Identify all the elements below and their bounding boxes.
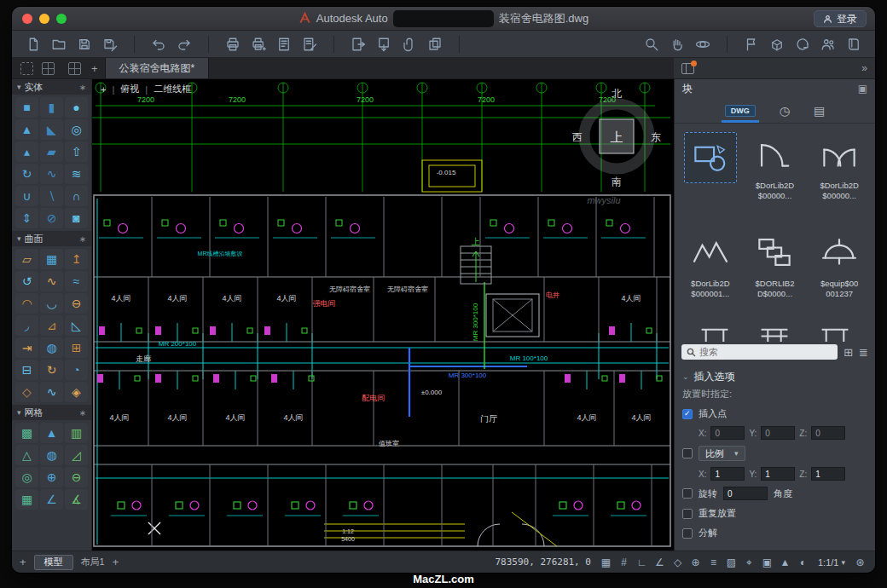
trim-surface-icon[interactable]: ⊿ — [40, 315, 63, 336]
grid-display-icon[interactable]: ▦ — [599, 556, 613, 568]
analysis-icon[interactable]: ◔ — [65, 360, 88, 380]
presspull-icon[interactable]: ⇕ — [15, 208, 38, 228]
zoom-window-button[interactable] — [56, 14, 67, 24]
convert-surface-icon[interactable]: ◇ — [15, 382, 38, 402]
save-icon[interactable] — [72, 33, 97, 55]
blocks-palette-icon[interactable] — [681, 63, 694, 74]
annotation-scale-button[interactable]: 1:1/1 ▾ — [818, 557, 845, 568]
rebuild-surface-icon[interactable]: ↻ — [40, 360, 63, 380]
insert-layout-icon[interactable] — [345, 33, 371, 55]
panel-overflow-icon[interactable]: » — [861, 62, 867, 74]
insertion-y-field[interactable] — [761, 426, 795, 440]
export-icon[interactable] — [371, 33, 397, 55]
plot-preview-icon[interactable] — [297, 33, 322, 55]
cv-hide-icon[interactable]: ⊟ — [15, 360, 38, 380]
rotation-angle-field[interactable] — [723, 487, 768, 500]
search-field[interactable] — [681, 344, 838, 360]
bench-icon[interactable] — [816, 323, 854, 342]
page-setup-icon[interactable] — [271, 33, 297, 55]
list-view-icon[interactable]: ≣ — [859, 346, 868, 359]
view-selector[interactable]: 俯视 — [120, 83, 139, 95]
scale-x-field[interactable] — [710, 467, 745, 481]
surface-extrude-icon[interactable]: ↥ — [65, 249, 88, 269]
compass-south-label[interactable]: 南 — [612, 176, 622, 187]
extend-surface-icon[interactable]: ⇥ — [15, 337, 38, 358]
markup-icon[interactable] — [739, 33, 764, 55]
panel-dock-icon[interactable]: ▣ — [858, 83, 867, 95]
loft-icon[interactable]: ≋ — [65, 164, 88, 184]
insert-position-icon[interactable]: ⊞ — [844, 346, 853, 359]
smooth-more-icon[interactable]: ⊕ — [40, 467, 63, 487]
orbit-icon[interactable] — [690, 33, 716, 55]
slice-icon[interactable]: ⊘ — [40, 208, 63, 228]
snap-icon[interactable]: # — [617, 556, 631, 568]
cylinder-icon[interactable]: ▮ — [40, 97, 63, 118]
tab-overview-icon[interactable] — [68, 62, 81, 75]
login-button[interactable]: 登录 — [814, 10, 867, 27]
refine-mesh-icon[interactable]: ▦ — [15, 489, 38, 510]
tab-current-drawing[interactable]: DWG — [725, 105, 756, 117]
layout1-tab[interactable]: 布局1 — [81, 556, 105, 568]
tab-recent-clock-icon[interactable]: ◷ — [780, 104, 790, 118]
polysolid-icon[interactable]: ▰ — [40, 141, 63, 162]
union-icon[interactable]: ∪ — [15, 186, 38, 206]
surface-revolve-icon[interactable]: ↺ — [15, 271, 38, 291]
bench-icon[interactable] — [756, 323, 793, 342]
section-settings-icon[interactable]: ∗ — [79, 83, 86, 92]
add-palette-button[interactable]: + — [20, 556, 26, 568]
sphere-icon[interactable]: ● — [65, 97, 88, 118]
drawing-tab-active[interactable]: 公装宿舍电路图* — [105, 58, 210, 78]
pyramid-icon[interactable]: ▴ — [15, 141, 38, 162]
dynamic-input-icon[interactable]: ⌖ — [742, 556, 757, 568]
otrack-icon[interactable]: ⊕ — [688, 556, 703, 568]
compass-east-label[interactable]: 东 — [651, 131, 661, 143]
insert-options-section[interactable]: ⌄ 插入选项 — [675, 367, 875, 386]
viewports-layout-icon[interactable] — [42, 62, 55, 75]
zoom-icon[interactable] — [639, 33, 664, 55]
compass-north-label[interactable]: 北 — [612, 88, 622, 100]
mesh-cone-icon[interactable]: ▲ — [40, 423, 63, 443]
view-compass[interactable]: 上 北 南 西 东 — [572, 88, 661, 187]
isolate-icon[interactable]: ◐ — [796, 556, 810, 568]
new-drawing-tab-button[interactable]: + — [91, 62, 98, 75]
ortho-icon[interactable]: ∟ — [635, 556, 649, 568]
lineweight-icon[interactable]: ≡ — [706, 556, 721, 568]
block-item[interactable]: $equip$00001237 — [809, 225, 870, 323]
scale-z-field[interactable] — [811, 467, 845, 481]
planar-surface-icon[interactable]: ▱ — [15, 249, 38, 269]
pan-icon[interactable] — [664, 33, 690, 55]
fillet-surface-icon[interactable]: ◞ — [15, 315, 38, 336]
new-layout-button[interactable]: + — [113, 556, 119, 568]
box-icon[interactable]: ■ — [15, 97, 38, 118]
customize-gear-icon[interactable]: ⊛ — [853, 556, 867, 568]
visual-style-selector[interactable]: 二维线框 — [154, 83, 191, 95]
mesh-wedge-icon[interactable]: ◿ — [65, 445, 88, 465]
plot-icon[interactable] — [246, 33, 271, 55]
rotation-checkbox[interactable] — [682, 488, 693, 499]
annotation-icon[interactable]: ▲ — [778, 556, 792, 568]
tab-libraries-icon[interactable]: ▤ — [814, 104, 825, 118]
crease-icon[interactable]: ∠ — [40, 489, 63, 510]
section-header-mesh[interactable]: ▾网格∗ — [12, 405, 91, 420]
repeat-placement-checkbox[interactable] — [682, 509, 693, 519]
scale-dropdown[interactable]: 比例 ▾ — [699, 446, 745, 461]
extrude-icon[interactable]: ⇧ — [65, 141, 88, 162]
block-item-current[interactable] — [680, 127, 741, 225]
assoc-surface-icon[interactable]: ◈ — [65, 382, 88, 402]
minimize-window-button[interactable] — [39, 14, 49, 24]
surface-sweep-icon[interactable]: ∿ — [40, 271, 63, 291]
bench-icon[interactable] — [696, 323, 733, 342]
explode-checkbox[interactable] — [682, 528, 693, 539]
insert-block-icon[interactable] — [764, 33, 790, 55]
selection-cycling-icon[interactable]: ▣ — [760, 556, 774, 568]
intersect-icon[interactable]: ∩ — [65, 186, 88, 206]
subtract-icon[interactable]: ∖ — [40, 186, 63, 206]
model-tab[interactable]: 模型 — [34, 555, 73, 570]
block-item[interactable]: $DORLIB2D$0000... — [745, 225, 806, 323]
surface-loft-icon[interactable]: ≈ — [65, 271, 88, 291]
wedge-icon[interactable]: ◣ — [40, 119, 63, 140]
mesh-box-icon[interactable]: ▩ — [15, 423, 38, 443]
compass-west-label[interactable]: 西 — [572, 131, 583, 143]
close-window-button[interactable] — [22, 14, 32, 24]
new-file-icon[interactable] — [20, 33, 46, 55]
